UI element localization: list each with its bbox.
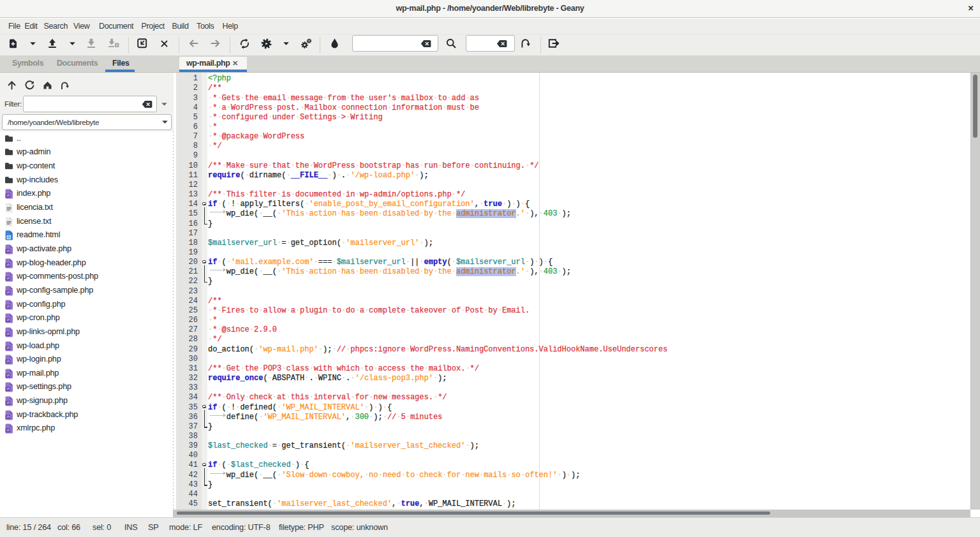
- svg-text:R: R: [115, 43, 118, 47]
